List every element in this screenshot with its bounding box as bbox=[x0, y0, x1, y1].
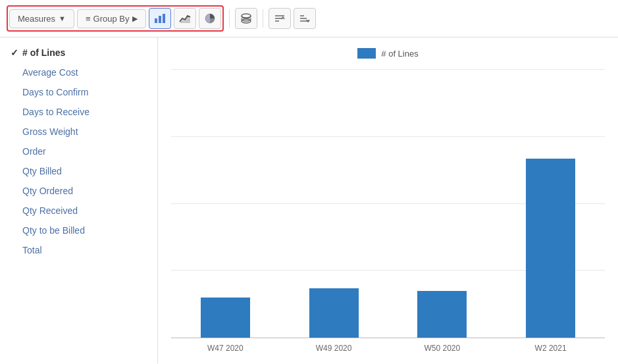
legend-label: # of Lines bbox=[381, 49, 418, 59]
toolbar-separator-1 bbox=[229, 9, 230, 28]
chart-legend: # of Lines bbox=[171, 48, 605, 59]
group-by-arrow-icon: ▶ bbox=[132, 14, 138, 23]
bar-group bbox=[388, 291, 497, 338]
sidebar-item-total[interactable]: Total bbox=[0, 240, 157, 260]
sidebar-item-avg-cost[interactable]: Average Cost bbox=[0, 63, 157, 82]
chart-area: # of Lines W47 2020W49 2020W50 2020W2 20… bbox=[158, 38, 618, 363]
sidebar-item-label: Average Cost bbox=[22, 67, 78, 78]
sidebar-item-qty-received[interactable]: Qty Received bbox=[0, 201, 157, 221]
sidebar-item-qty-billed[interactable]: Qty Billed bbox=[0, 161, 157, 181]
sort-desc-button[interactable] bbox=[294, 8, 316, 29]
pie-chart-icon bbox=[204, 13, 216, 24]
x-axis-label: W49 2020 bbox=[280, 344, 388, 353]
sort-desc-icon bbox=[299, 13, 311, 24]
x-axis-label: W47 2020 bbox=[171, 344, 280, 353]
group-by-lines-icon: ≡ bbox=[86, 14, 90, 24]
line-chart-button[interactable] bbox=[174, 8, 196, 29]
bar[interactable] bbox=[201, 298, 250, 338]
sidebar-item-lines[interactable]: ✓# of Lines bbox=[0, 43, 157, 63]
toolbar-separator-2 bbox=[263, 9, 263, 28]
sidebar-item-label: Qty Billed bbox=[22, 166, 62, 176]
sidebar-item-qty-to-billed[interactable]: Qty to be Billed bbox=[0, 221, 157, 240]
pivot-button[interactable] bbox=[235, 8, 257, 29]
main-content: ✓# of LinesAverage CostDays to ConfirmDa… bbox=[0, 38, 618, 363]
bar-group bbox=[171, 298, 280, 338]
measures-button[interactable]: Measures ▼ bbox=[9, 9, 74, 28]
sidebar-item-label: Days to Confirm bbox=[22, 87, 88, 97]
x-axis-label: W50 2020 bbox=[388, 344, 497, 353]
sidebar-item-label: Days to Receive bbox=[22, 107, 90, 117]
bars-wrapper bbox=[171, 69, 605, 338]
sort-asc-button[interactable] bbox=[269, 8, 291, 29]
svg-rect-2 bbox=[163, 14, 165, 23]
sidebar: ✓# of LinesAverage CostDays to ConfirmDa… bbox=[0, 38, 158, 363]
pie-chart-button[interactable] bbox=[199, 8, 221, 29]
sidebar-item-label: Qty Ordered bbox=[22, 186, 73, 196]
sidebar-item-gross-weight[interactable]: Gross Weight bbox=[0, 122, 157, 142]
toolbar: Measures ▼ ≡ Group By ▶ bbox=[0, 0, 618, 38]
chart-container: W47 2020W49 2020W50 2020W2 2021 bbox=[171, 69, 605, 353]
svg-rect-0 bbox=[155, 18, 157, 23]
sidebar-item-order[interactable]: Order bbox=[0, 142, 157, 161]
sidebar-item-label: Qty Received bbox=[22, 205, 78, 216]
sidebar-item-label: Gross Weight bbox=[22, 126, 78, 137]
legend-color-box bbox=[357, 48, 376, 59]
bar-group bbox=[496, 159, 605, 338]
sidebar-item-label: Total bbox=[22, 245, 42, 255]
bar[interactable] bbox=[309, 288, 359, 338]
svg-point-8 bbox=[242, 14, 251, 18]
x-labels: W47 2020W49 2020W50 2020W2 2021 bbox=[171, 344, 605, 353]
bar[interactable] bbox=[417, 291, 467, 338]
svg-marker-6 bbox=[188, 17, 190, 23]
x-axis-label: W2 2021 bbox=[496, 344, 605, 353]
bar[interactable] bbox=[526, 159, 575, 338]
highlighted-group: Measures ▼ ≡ Group By ▶ bbox=[7, 5, 224, 32]
bar-group bbox=[280, 288, 388, 338]
sidebar-list: ✓# of LinesAverage CostDays to ConfirmDa… bbox=[0, 43, 157, 260]
sidebar-item-label: # of Lines bbox=[22, 47, 65, 58]
measures-dropdown-icon: ▼ bbox=[59, 14, 66, 22]
bar-chart-icon bbox=[154, 13, 166, 24]
group-by-button[interactable]: ≡ Group By ▶ bbox=[77, 9, 147, 28]
sidebar-item-label: Order bbox=[22, 146, 46, 157]
line-chart-icon bbox=[179, 13, 191, 24]
sidebar-item-qty-ordered[interactable]: Qty Ordered bbox=[0, 181, 157, 201]
sidebar-item-label: Qty to be Billed bbox=[22, 225, 85, 236]
check-icon: ✓ bbox=[11, 47, 18, 58]
measures-label: Measures bbox=[18, 14, 55, 24]
group-by-label: Group By bbox=[93, 14, 130, 24]
svg-rect-1 bbox=[159, 16, 161, 23]
sort-asc-icon bbox=[274, 13, 286, 24]
sidebar-item-days-confirm[interactable]: Days to Confirm bbox=[0, 82, 157, 102]
sidebar-item-days-receive[interactable]: Days to Receive bbox=[0, 102, 157, 122]
stack-icon bbox=[240, 13, 252, 24]
bar-chart-button[interactable] bbox=[149, 8, 171, 29]
